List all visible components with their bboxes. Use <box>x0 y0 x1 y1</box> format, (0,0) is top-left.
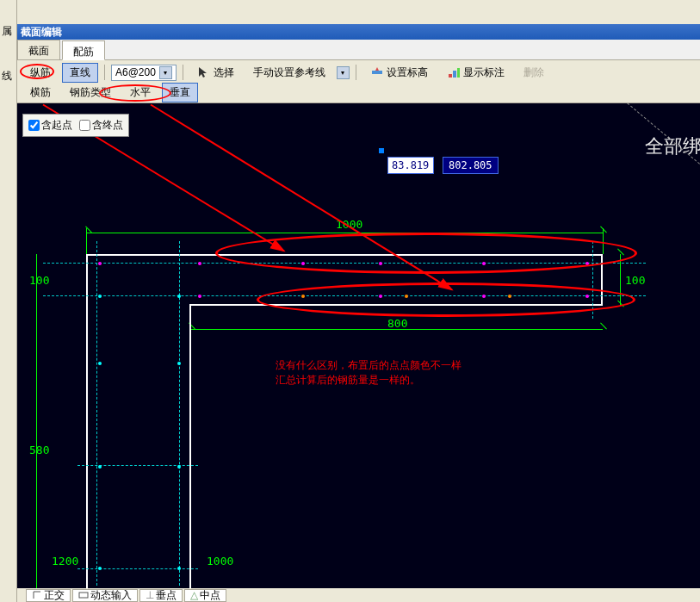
tab-rebar[interactable]: 配筋 <box>62 40 105 60</box>
dim-left: 100 <box>29 274 49 287</box>
annotation-ellipse <box>215 233 637 274</box>
rebar-dot <box>585 262 589 265</box>
rebar-dot <box>177 295 181 298</box>
annotation-text: 没有什么区别，布置后的点点颜色不一样 汇总计算后的钢筋量是一样的。 <box>276 358 462 388</box>
status-bar: 正交 动态输入 ⊥ 垂点 △ 中点 <box>17 588 700 602</box>
dropdown-arrow-icon[interactable]: ▾ <box>159 66 172 79</box>
rebar-dot <box>177 465 181 469</box>
shape <box>86 254 88 588</box>
dash-v <box>592 241 593 319</box>
rebar-dot <box>508 295 511 298</box>
coord-y-display: 802.805 <box>443 157 499 174</box>
rebar-dot <box>98 362 102 365</box>
btn-xianshi[interactable]: 显示标注 <box>439 63 512 83</box>
dash-v <box>179 241 180 586</box>
dynamic-icon <box>78 590 89 600</box>
rebar-dot <box>301 262 305 265</box>
rebar-dot <box>379 295 382 298</box>
dash <box>43 263 646 264</box>
btn-shanchu: 删除 <box>516 63 552 83</box>
dropdown-arrow-icon[interactable]: ▾ <box>337 66 350 79</box>
btn-shuiping[interactable]: 水平 <box>122 83 158 102</box>
annotation-icon <box>447 65 461 79</box>
annotation-ellipse <box>257 282 635 317</box>
dim-ext <box>86 228 87 254</box>
ortho-icon <box>32 590 42 600</box>
rebar-dot <box>98 567 102 570</box>
dim-580: 580 <box>29 444 49 456</box>
dash-v <box>96 241 97 586</box>
rebar-dot <box>98 295 102 298</box>
shape <box>86 254 603 256</box>
chk-qidian-input[interactable] <box>28 120 40 131</box>
left-tab-prop[interactable]: 属 <box>2 24 12 39</box>
status-zhengjiao[interactable]: 正交 <box>26 589 71 602</box>
elevation-icon <box>370 65 384 79</box>
chk-zhongdian[interactable]: 含终点 <box>79 118 123 133</box>
rebar-dot <box>177 362 181 365</box>
dim-800: 800 <box>387 317 407 330</box>
dim-line <box>86 233 603 233</box>
dim-1200: 1200 <box>52 555 78 568</box>
svg-rect-2 <box>453 71 456 78</box>
btn-zongjin[interactable]: 纵筋 <box>22 63 59 83</box>
dim-tick <box>599 326 606 332</box>
rebar-dot <box>177 567 181 570</box>
svg-rect-1 <box>449 74 452 78</box>
rebar-dot <box>585 295 589 298</box>
btn-zhixian[interactable]: 直线 <box>62 63 98 83</box>
dropdown-spec[interactable]: A6@200 ▾ <box>111 65 177 81</box>
dim-ext <box>603 228 604 254</box>
window-title: 截面编辑 <box>17 24 700 40</box>
btn-shoudong[interactable]: 手动设置参考线 <box>245 63 333 83</box>
toolbar-row1: 纵筋 直线 A6@200 ▾ 选择 手动设置参考线 ▾ 设置标高 显示标注 删除 <box>17 62 700 83</box>
tab-strip: 截面 配筋 <box>17 40 700 60</box>
rebar-dot <box>301 295 305 298</box>
btn-shezhi[interactable]: 设置标高 <box>362 63 436 83</box>
dash <box>43 295 646 296</box>
separator <box>356 65 356 80</box>
btn-hengjin[interactable]: 横筋 <box>22 83 59 102</box>
rebar-dot <box>198 262 201 265</box>
dim-right: 100 <box>625 274 645 287</box>
rebar-dot <box>198 295 201 298</box>
dim-line-v <box>620 254 621 306</box>
rebar-dot <box>379 262 382 265</box>
svg-rect-3 <box>457 68 460 78</box>
svg-rect-0 <box>372 71 382 74</box>
leader-line <box>566 103 700 230</box>
chk-qidian[interactable]: 含起点 <box>28 118 72 133</box>
separator <box>104 65 105 80</box>
btn-gangjinleixing[interactable]: 钢筋类型 <box>62 83 119 102</box>
shape <box>189 304 603 306</box>
dim-top: 1000 <box>336 218 362 231</box>
rebar-dot <box>98 465 102 469</box>
dim-tick <box>616 303 623 310</box>
checkbox-panel: 含起点 含终点 <box>22 114 129 137</box>
rebar-dot <box>405 295 408 298</box>
tab-section[interactable]: 截面 <box>17 40 60 59</box>
rebar-dot <box>98 262 102 265</box>
status-chuidian[interactable]: ⊥ 垂点 <box>139 589 183 602</box>
status-zhongdian[interactable]: △ 中点 <box>184 589 226 602</box>
dim-tick <box>616 251 623 258</box>
svg-rect-6 <box>79 593 88 598</box>
shape <box>189 304 191 588</box>
cursor-marker <box>379 148 384 153</box>
rebar-dot <box>482 262 486 265</box>
left-tab-line[interactable]: 线 <box>2 69 12 84</box>
coord-x-input[interactable] <box>387 157 434 174</box>
status-dongtai[interactable]: 动态输入 <box>72 589 138 602</box>
cursor-icon <box>197 65 211 79</box>
separator <box>183 65 183 80</box>
rebar-dot <box>482 295 486 298</box>
chk-zhongdian-input[interactable] <box>79 120 90 131</box>
drawing-canvas[interactable]: 含起点 含终点 802.805 全部绑 1000 100 100 580 800… <box>17 103 700 588</box>
toolbar-row2: 横筋 钢筋类型 水平 垂直 <box>17 83 700 103</box>
btn-chuizhi[interactable]: 垂直 <box>162 83 198 102</box>
shape <box>601 254 603 306</box>
btn-xuanze[interactable]: 选择 <box>189 63 242 83</box>
dim-1000b: 1000 <box>207 555 233 568</box>
